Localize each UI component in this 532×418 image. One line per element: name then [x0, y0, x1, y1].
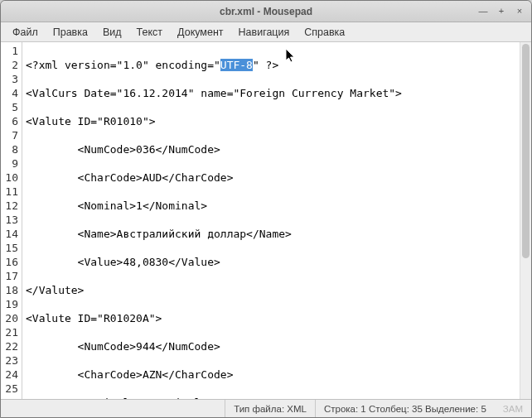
code-line: <?xml version="1.0" encoding="UTF-8" ?>	[26, 58, 528, 72]
line-number: 7	[2, 128, 18, 142]
line-number: 17	[2, 269, 18, 283]
line-number: 22	[2, 339, 18, 353]
menu-view[interactable]: Вид	[96, 24, 128, 41]
line-number: 18	[2, 283, 18, 297]
line-number: 16	[2, 255, 18, 269]
close-button[interactable]: ×	[513, 4, 526, 17]
code-line: <CharCode>AZN</CharCode>	[26, 368, 528, 382]
line-number: 12	[2, 199, 18, 213]
code-line: <ValCurs Date="16.12.2014" name="Foreign…	[26, 86, 528, 100]
code-line: </Valute>	[26, 283, 528, 297]
app-window: cbr.xml - Mousepad — + × Файл Правка Вид…	[0, 0, 532, 418]
status-position: Строка: 1 Столбец: 35 Выделение: 5	[315, 400, 495, 417]
editor-area[interactable]: 1234567891011121314151617181920212223242…	[1, 42, 531, 399]
menu-file[interactable]: Файл	[6, 24, 45, 41]
line-number: 23	[2, 353, 18, 368]
window-title: cbr.xml - Mousepad	[220, 6, 312, 17]
line-number: 13	[2, 213, 18, 227]
window-controls: — + ×	[476, 4, 526, 17]
menu-text[interactable]: Текст	[130, 24, 169, 41]
line-number: 14	[2, 227, 18, 241]
code-line: <Nominal>1</Nominal>	[26, 396, 528, 399]
line-number: 15	[2, 241, 18, 255]
code-line: <NumCode>036</NumCode>	[26, 142, 528, 156]
code-line: <CharCode>AUD</CharCode>	[26, 171, 528, 185]
menu-document[interactable]: Документ	[171, 24, 230, 41]
code-line: <NumCode>944</NumCode>	[26, 339, 528, 353]
line-number: 6	[2, 114, 18, 128]
vertical-scrollbar[interactable]	[520, 42, 531, 399]
line-number: 1	[2, 44, 18, 58]
menu-help[interactable]: Справка	[297, 24, 351, 41]
line-number: 4	[2, 86, 18, 100]
menu-edit[interactable]: Правка	[46, 24, 94, 41]
line-number: 9	[2, 156, 18, 171]
code-line: <Name>Австралийский доллар</Name>	[26, 227, 528, 241]
text-selection: UTF-8	[220, 59, 253, 71]
line-number: 20	[2, 311, 18, 325]
line-number: 10	[2, 171, 18, 185]
menu-navigation[interactable]: Навигация	[232, 24, 297, 41]
line-number: 24	[2, 368, 18, 382]
maximize-button[interactable]: +	[495, 4, 508, 17]
line-number: 11	[2, 185, 18, 199]
code-line: <Value>48,0830</Value>	[26, 255, 528, 269]
line-number: 21	[2, 325, 18, 339]
statusbar: Тип файла: XML Строка: 1 Столбец: 35 Выд…	[1, 399, 531, 417]
line-number: 8	[2, 142, 18, 156]
line-number: 26	[2, 396, 18, 399]
line-number: 3	[2, 72, 18, 86]
status-filetype: Тип файла: XML	[225, 400, 315, 417]
menubar: Файл Правка Вид Текст Документ Навигация…	[1, 22, 531, 42]
status-overwrite: ЗАМ	[495, 404, 531, 414]
line-number-gutter: 1234567891011121314151617181920212223242…	[1, 42, 22, 399]
code-line: <Valute ID="R01010">	[26, 114, 528, 128]
line-number: 25	[2, 382, 18, 396]
minimize-button[interactable]: —	[476, 4, 490, 17]
code-line: <Valute ID="R01020A">	[26, 311, 528, 325]
code-line: <Nominal>1</Nominal>	[26, 199, 528, 213]
line-number: 5	[2, 100, 18, 114]
code-content[interactable]: <?xml version="1.0" encoding="UTF-8" ?> …	[22, 42, 531, 399]
line-number: 2	[2, 58, 18, 72]
line-number: 19	[2, 297, 18, 311]
scrollbar-thumb[interactable]	[522, 44, 530, 258]
titlebar[interactable]: cbr.xml - Mousepad — + ×	[1, 1, 531, 22]
